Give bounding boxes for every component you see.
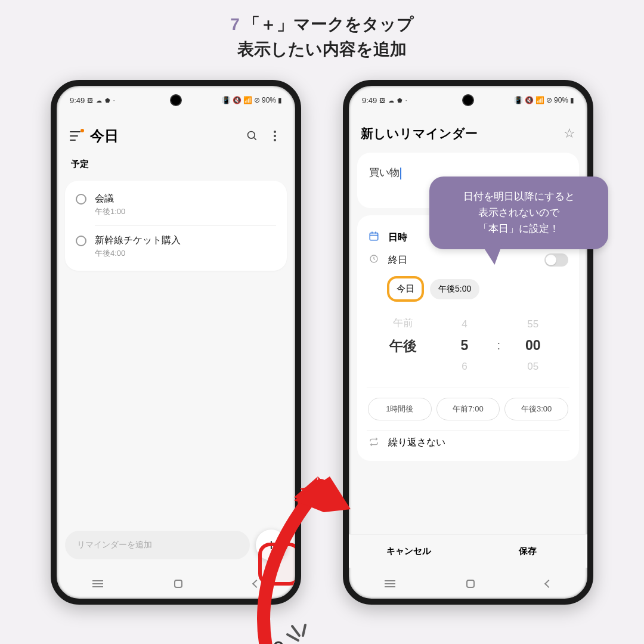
nav-recent-icon[interactable] [385,583,395,584]
reminder-list: 会議 午後1:00 新幹線チケット購入 午後4:00 [65,181,287,271]
no-sim-icon: ⊘ [254,96,260,104]
svg-point-2 [274,131,276,133]
svg-point-4 [274,139,276,141]
svg-line-14 [303,625,305,636]
wifi-icon: 📶 [535,96,544,104]
battery-icon: ▮ [570,96,574,104]
item-title: 会議 [95,193,125,205]
arrow-head [231,450,374,644]
svg-rect-5 [370,233,378,240]
svg-line-13 [292,626,299,636]
item-time: 午後1:00 [95,206,125,217]
radio-unchecked[interactable] [76,236,86,246]
text-cursor [400,168,401,179]
nav-back-icon[interactable] [546,581,552,587]
more-icon[interactable] [268,129,282,143]
svg-marker-11 [294,476,351,512]
datetime-card: 日時 終日 今日 午後5:00 午前 午後 [357,215,579,461]
status-bar: 9:49 🖼 ☁ ⬟ · 📳 🔇 📶 ⊘ 90% ▮ [57,88,295,112]
nav-recent-icon[interactable] [92,583,103,584]
add-reminder-input[interactable]: リマインダーを追加 [65,531,250,559]
mute-icon: 🔇 [233,96,242,104]
status-icons-left: 🖼 ☁ ⬟ · [87,97,115,104]
nav-home-icon[interactable] [174,580,182,588]
section-schedule: 予定 [57,153,295,176]
tip-bubble: 日付を明日以降にすると 表示されないので 「本日」に設定！ [429,177,608,249]
date-today-highlighted[interactable]: 今日 [387,276,424,302]
time-picker[interactable]: 午前 午後 4 5 6 : 55 00 05 [367,310,569,384]
status-icons-left: 🖼 ☁ ⬟ · [379,97,407,104]
quick-time-chip[interactable]: 午後3:00 [504,398,568,420]
step-number: 7 [230,15,240,33]
item-title: 新幹線チケット購入 [95,234,181,247]
page-title: 今日 [90,126,237,145]
quick-time-chip[interactable]: 午前7:00 [436,398,500,420]
datetime-label: 日時 [388,231,407,244]
repeat-row[interactable]: 繰り返さない [367,430,569,450]
vibrate-icon: 📳 [514,96,523,104]
favorite-icon[interactable]: ☆ [564,126,575,141]
svg-line-1 [254,138,256,140]
nav-bar [349,569,587,599]
item-time: 午後4:00 [95,248,181,259]
allday-toggle[interactable] [544,253,568,267]
status-time: 9:49 [70,96,85,105]
no-sim-icon: ⊘ [546,96,552,104]
list-item[interactable]: 新幹線チケット購入 午後4:00 [65,226,287,267]
time-chip[interactable]: 午後5:00 [430,279,479,299]
phone-right: 9:49 🖼 ☁ ⬟ · 📳 🔇 📶 ⊘ 90% ▮ 新しいリマインダー ☆ 買… [343,80,593,605]
status-bar: 9:49 🖼 ☁ ⬟ · 📳 🔇 📶 ⊘ 90% ▮ [349,88,587,112]
battery-icon: ▮ [278,96,282,104]
status-time: 9:49 [362,96,377,105]
clock-icon [368,254,380,266]
calendar-icon [368,231,380,244]
svg-point-0 [248,132,255,139]
allday-label: 終日 [388,254,407,267]
battery-percent: 90% [262,96,276,104]
page-title: 新しいリマインダー [361,125,556,142]
mute-icon: 🔇 [525,96,534,104]
radio-unchecked[interactable] [76,194,86,205]
search-icon[interactable] [245,129,259,143]
repeat-label: 繰り返さない [388,436,445,449]
repeat-icon [368,437,380,449]
quick-time-chip[interactable]: 1時間後 [368,398,432,420]
menu-icon[interactable] [70,131,82,141]
wifi-icon: 📶 [243,96,252,104]
save-button[interactable]: 保存 [468,535,587,568]
instruction-text: 7「＋」マークをタップ 表示したい内容を追加 [0,0,644,68]
battery-percent: 90% [554,96,568,104]
vibrate-icon: 📳 [222,96,231,104]
list-item[interactable]: 会議 午後1:00 [65,184,287,225]
nav-home-icon[interactable] [466,580,475,588]
tap-hand-icon [256,639,304,644]
svg-point-3 [274,135,276,137]
